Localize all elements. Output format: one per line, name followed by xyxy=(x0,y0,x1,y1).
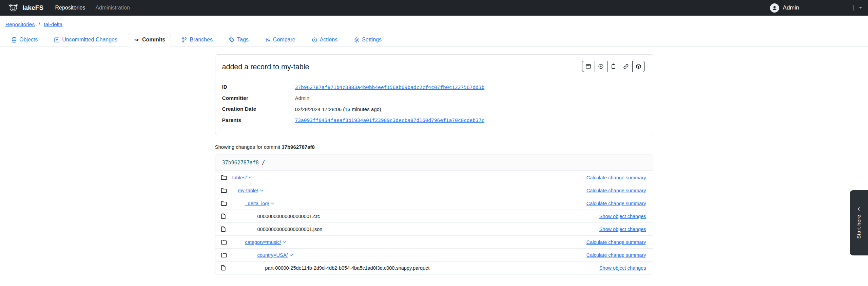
meta-label: Creation Date xyxy=(222,104,295,115)
table-row: my-table/ Calculate change summary xyxy=(215,184,653,197)
table-row: _delta_log/ Calculate change summary xyxy=(215,197,653,210)
commit-actions-group xyxy=(582,61,645,72)
branch-icon xyxy=(181,37,187,43)
tab-compare[interactable]: Compare xyxy=(259,33,301,47)
meta-row-parents: Parents 73a093ff0434faeaf3b1934a01f23989… xyxy=(222,115,646,126)
nav-repositories[interactable]: Repositories xyxy=(55,5,85,11)
show-object-changes-link[interactable]: Show object changes xyxy=(599,214,646,219)
tree-ref-link[interactable]: 37b962787af8 xyxy=(222,160,259,166)
folder-icon xyxy=(221,252,227,258)
lakefs-logo-icon xyxy=(7,3,19,12)
show-object-changes-link[interactable]: Show object changes xyxy=(599,265,646,271)
database-icon xyxy=(11,37,17,43)
commit-id-link[interactable]: 37b962787af871b4c3883a4b0bb4eef156ab09ba… xyxy=(295,85,485,90)
tab-uncommitted-changes[interactable]: Uncommitted Changes xyxy=(48,33,123,47)
breadcrumb-repositories[interactable]: Repositories xyxy=(5,21,35,27)
table-row: 00000000000000000001.crc Show object cha… xyxy=(215,210,653,222)
file-icon xyxy=(221,265,227,271)
tree-entry-link[interactable]: country=USA/ xyxy=(257,252,293,258)
folder-icon xyxy=(221,239,227,245)
play-circle-icon xyxy=(312,37,317,43)
tab-objects[interactable]: Objects xyxy=(5,33,43,47)
file-icon xyxy=(221,213,227,219)
chevron-down-icon xyxy=(283,241,286,244)
calculate-change-summary-link[interactable]: Calculate change summary xyxy=(586,201,646,206)
meta-label: Parents xyxy=(222,115,295,126)
copy-uri-button[interactable] xyxy=(620,61,632,72)
showing-changes-caption: Showing changes for commit 37b962787af8 xyxy=(215,144,653,150)
changes-tree-card: 37b962787af8 / tables/ Calculate change … xyxy=(215,155,653,274)
folder-icon xyxy=(221,201,227,206)
file-icon xyxy=(221,226,227,232)
breadcrumb-separator: / xyxy=(38,21,40,27)
meta-label: Committer xyxy=(222,93,295,104)
folder-icon xyxy=(221,175,227,180)
tab-settings[interactable]: Settings xyxy=(348,33,387,47)
object-store-button[interactable] xyxy=(632,61,645,72)
gear-icon xyxy=(354,37,360,43)
calculate-change-summary-link[interactable]: Calculate change summary xyxy=(586,175,646,180)
start-here-label: Start here xyxy=(856,215,862,239)
copy-id-button[interactable] xyxy=(607,61,620,72)
calculate-change-summary-link[interactable]: Calculate change summary xyxy=(586,188,646,193)
copy-id-icon xyxy=(611,64,616,69)
commit-metadata-table: ID 37b962787af871b4c3883a4b0bb4eef156ab0… xyxy=(222,82,646,126)
tree-entry-link[interactable]: my-table/ xyxy=(238,188,264,193)
start-here-tab[interactable]: Start here xyxy=(850,190,868,255)
object-store-icon xyxy=(636,64,641,69)
commit-detail-card: added a record to my-table xyxy=(215,54,653,135)
upload-box-icon xyxy=(54,37,60,43)
compare-icon xyxy=(265,37,271,43)
user-menu-caret-icon[interactable] xyxy=(859,6,863,9)
run-icon xyxy=(598,64,604,69)
person-icon xyxy=(772,5,777,11)
creation-date-value: 02/28/2024 17:28:06 (13 minutes ago) xyxy=(295,106,381,112)
chevron-left-icon xyxy=(856,207,861,211)
tree-entry-name: 00000000000000000001.json xyxy=(257,227,323,232)
user-name: Admin xyxy=(783,4,799,11)
user-avatar[interactable] xyxy=(770,3,779,13)
main-content: added a record to my-table xyxy=(215,54,653,274)
tab-branches[interactable]: Branches xyxy=(176,33,218,47)
calculate-change-summary-link[interactable]: Calculate change summary xyxy=(586,252,646,258)
committer-value: Admin xyxy=(295,95,310,101)
navbar-user-area[interactable]: Admin xyxy=(770,3,863,13)
meta-row-creation-date: Creation Date 02/28/2024 17:28:06 (13 mi… xyxy=(222,104,646,115)
calculate-change-summary-link[interactable]: Calculate change summary xyxy=(586,239,646,245)
tree-entry-link[interactable]: _delta_log/ xyxy=(245,201,275,206)
brand-title: lakeFS xyxy=(22,4,43,12)
path-separator: / xyxy=(262,160,265,166)
tag-icon xyxy=(229,37,235,43)
navbar-divider xyxy=(853,5,854,11)
chevron-down-icon xyxy=(271,202,274,205)
tab-commits[interactable]: Commits xyxy=(128,33,171,47)
table-row: 00000000000000000001.json Show object ch… xyxy=(215,222,653,235)
breadcrumb: Repositories / tal-delta xyxy=(0,16,868,28)
tree-entry-name: 00000000000000000001.crc xyxy=(257,214,320,219)
meta-label: ID xyxy=(222,82,295,93)
show-object-changes-link[interactable]: Show object changes xyxy=(599,227,646,232)
chevron-down-icon xyxy=(260,189,264,192)
chevron-down-icon xyxy=(289,254,293,256)
run-button[interactable] xyxy=(595,61,607,72)
browse-objects-button[interactable] xyxy=(582,61,595,72)
table-row: category=music/ Calculate change summary xyxy=(215,235,653,248)
tab-tags[interactable]: Tags xyxy=(223,33,254,47)
folder-icon xyxy=(221,188,227,193)
meta-row-committer: Committer Admin xyxy=(222,93,646,104)
tree-entry-link[interactable]: tables/ xyxy=(232,175,252,180)
table-row: part-00000-25de114b-2d9d-4db2-b054-4ba5c… xyxy=(215,261,653,274)
tab-actions[interactable]: Actions xyxy=(306,33,343,47)
commit-short-id: 37b962787af8 xyxy=(282,144,315,150)
meta-row-id: ID 37b962787af871b4c3883a4b0bb4eef156ab0… xyxy=(222,82,646,93)
tree-entry-link[interactable]: category=music/ xyxy=(245,239,287,245)
top-navbar: lakeFS Repositories Administration Admin xyxy=(0,0,868,16)
browse-objects-icon xyxy=(585,64,591,69)
copy-uri-icon xyxy=(623,64,629,69)
table-row: country=USA/ Calculate change summary xyxy=(215,248,653,261)
breadcrumb-repo-name[interactable]: tal-delta xyxy=(44,21,62,27)
nav-administration[interactable]: Administration xyxy=(95,5,130,11)
table-row: tables/ Calculate change summary xyxy=(215,171,653,184)
parent-commit-link[interactable]: 73a093ff0434faeaf3b1934a01f23989c3decba8… xyxy=(295,118,485,123)
repo-tabbar: Objects Uncommitted Changes Commits Bran… xyxy=(0,32,868,47)
